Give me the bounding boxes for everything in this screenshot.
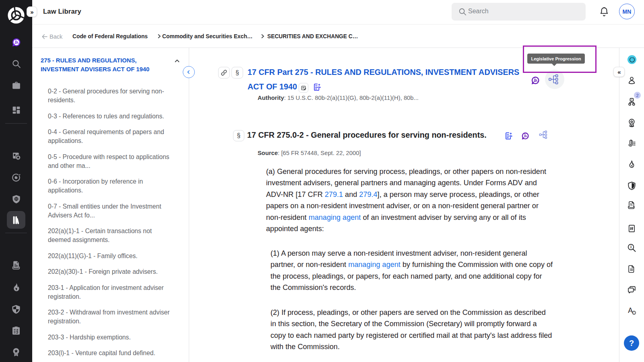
svg-text:A: A (628, 306, 633, 314)
svg-text:i: i (630, 245, 632, 249)
svg-text:i: i (634, 311, 634, 315)
